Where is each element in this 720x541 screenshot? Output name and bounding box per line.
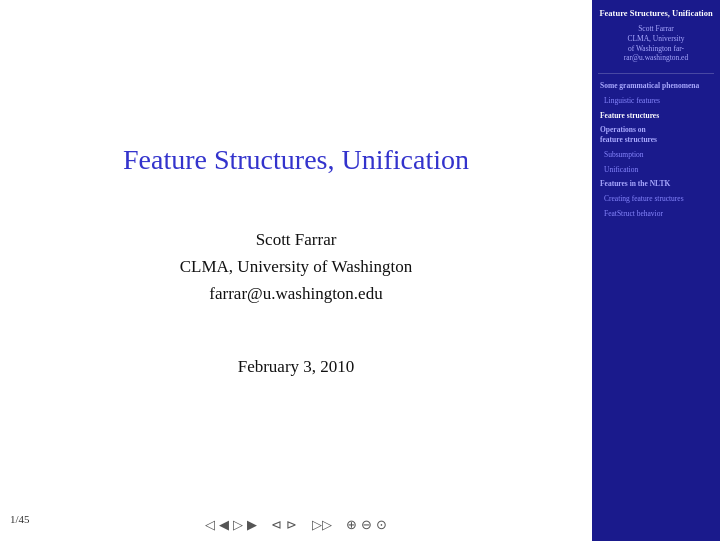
nav-last-icon[interactable]: ▶	[247, 517, 257, 533]
slide-title: Feature Structures, Unification	[123, 144, 469, 176]
slide-date: February 3, 2010	[238, 357, 355, 377]
sidebar-item-unification[interactable]: Unification	[598, 164, 714, 176]
page-number: 1/45	[10, 513, 30, 525]
slide-main: Feature Structures, Unification Scott Fa…	[0, 0, 592, 541]
nav-prev-icon[interactable]: ◀	[219, 517, 229, 533]
sidebar-item-featstruct[interactable]: FeatStruct behavior	[598, 208, 714, 220]
sidebar-affiliation: CLMA, Universityof Washington far-rar@u.…	[598, 34, 714, 63]
author-name: Scott Farrar	[180, 226, 413, 253]
zoom-icon[interactable]: ⊕	[346, 517, 357, 533]
slide-footer: ◁ ◀ ▷ ▶ ⊲ ⊳ ▷▷ ⊕ ⊖ ⊙ 1/45	[0, 517, 592, 533]
nav-up-icon[interactable]: ⊲	[271, 517, 282, 533]
nav-sep1	[261, 517, 268, 533]
sidebar-item-grammatical[interactable]: Some grammatical phenomena	[598, 80, 714, 92]
sidebar-item-linguistic[interactable]: Linguistic features	[598, 95, 714, 107]
sidebar-divider-1	[598, 73, 714, 74]
nav-icons[interactable]: ◁ ◀ ▷ ▶ ⊲ ⊳ ▷▷ ⊕ ⊖ ⊙	[205, 517, 388, 533]
author-email: farrar@u.washington.edu	[180, 280, 413, 307]
sidebar-item-feature-structures[interactable]: Feature structures	[598, 110, 714, 122]
author-affiliation: CLMA, University of Washington	[180, 253, 413, 280]
zoom-out-icon[interactable]: ⊖	[361, 517, 372, 533]
sidebar-author-name: Scott Farrar	[598, 24, 714, 34]
sidebar-item-nltk[interactable]: Features in the NLTK	[598, 178, 714, 190]
sidebar-title: Feature Structures, Unification	[598, 8, 714, 19]
fit-icon[interactable]: ⊙	[376, 517, 387, 533]
sidebar-author-info: Scott Farrar CLMA, Universityof Washingt…	[598, 24, 714, 63]
nav-sep2	[301, 517, 308, 533]
sidebar-item-creating[interactable]: Creating feature structures	[598, 193, 714, 205]
sidebar-item-operations[interactable]: Operations onfeature structures	[598, 124, 714, 146]
nav-first-icon[interactable]: ◁	[205, 517, 215, 533]
nav-forward-icon[interactable]: ▷▷	[312, 517, 332, 533]
slide-author: Scott Farrar CLMA, University of Washing…	[180, 226, 413, 308]
slide-sidebar: Feature Structures, Unification Scott Fa…	[592, 0, 720, 541]
nav-next-icon[interactable]: ▷	[233, 517, 243, 533]
nav-down-icon[interactable]: ⊳	[286, 517, 297, 533]
nav-sep3	[336, 517, 343, 533]
sidebar-item-subsumption[interactable]: Subsumption	[598, 149, 714, 161]
